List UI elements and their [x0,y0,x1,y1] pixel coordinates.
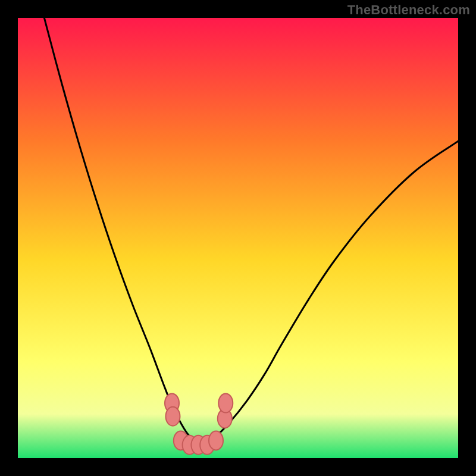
bottleneck-chart [18,18,458,458]
chart-frame: TheBottleneck.com [0,0,476,476]
curve-marker [218,394,233,413]
gradient-background [18,18,458,458]
watermark-text: TheBottleneck.com [347,2,470,18]
curve-marker [209,431,223,450]
curve-marker [165,407,180,426]
